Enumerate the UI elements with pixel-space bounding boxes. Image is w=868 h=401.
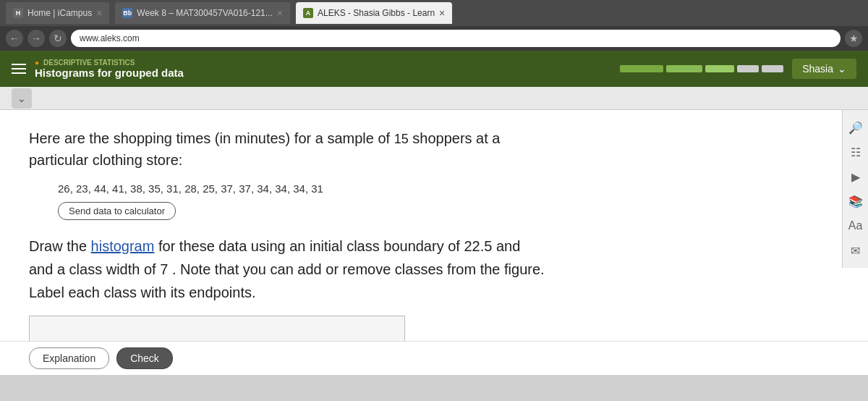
- address-box[interactable]: www.aleks.com: [71, 30, 841, 47]
- label-instruction: Label each class with its endpoints.: [29, 284, 256, 300]
- chevron-down-icon: ⌄: [838, 63, 846, 75]
- right-sidebar: 🔎 ☷ ▶ 📚 Aa ✉: [842, 110, 868, 268]
- progress-seg-2: [666, 65, 702, 72]
- progress-area: [620, 65, 783, 72]
- star-button[interactable]: ★: [845, 30, 862, 47]
- tab-aleks-label: ALEKS - Shasia Gibbs - Learn: [318, 8, 435, 18]
- tab-home[interactable]: H Home | iCampus ×: [6, 2, 109, 24]
- forward-button[interactable]: →: [27, 30, 45, 47]
- grid-icon[interactable]: ☷: [844, 140, 867, 164]
- address-text: www.aleks.com: [80, 33, 140, 43]
- chevron-down-icon: ⌄: [17, 93, 26, 104]
- problem-intro-text: Here are the shopping times (in minutes)…: [29, 127, 839, 171]
- user-menu-button[interactable]: Shasia ⌄: [792, 59, 856, 79]
- tab-week8[interactable]: Bb Week 8 – MAT300457VA016-121... ×: [115, 2, 290, 24]
- tab-home-icon: H: [13, 8, 23, 18]
- intro-prefix: Here are the shopping times (in minutes)…: [29, 130, 394, 146]
- draw-prefix: Draw the: [29, 238, 87, 254]
- draw-suffix-2: and: [496, 238, 520, 254]
- play-icon[interactable]: ▶: [844, 165, 867, 188]
- tab-home-label: Home | iCampus: [27, 8, 92, 18]
- hamburger-line-2: [12, 68, 26, 69]
- histogram-area[interactable]: [29, 316, 405, 345]
- data-values-line: 26, 23, 44, 41, 38, 35, 31, 28, 25, 37, …: [58, 182, 839, 195]
- tab-week8-icon: Bb: [122, 8, 132, 18]
- class-width-value: 7: [160, 261, 168, 277]
- draw-suffix-3: . Note that you can add or remove classe…: [172, 261, 545, 277]
- histogram-link[interactable]: histogram: [91, 238, 155, 254]
- explanation-button[interactable]: Explanation: [29, 347, 109, 369]
- check-button[interactable]: Check: [116, 347, 173, 369]
- tab-home-close[interactable]: ×: [96, 7, 102, 19]
- progress-seg-1: [620, 65, 663, 72]
- topic-title: Histograms for grouped data: [35, 67, 611, 79]
- back-button[interactable]: ←: [6, 30, 23, 47]
- hamburger-line-1: [12, 64, 26, 65]
- main-content: Here are the shopping times (in minutes)…: [0, 110, 868, 375]
- user-name: Shasia: [802, 63, 833, 75]
- browser-tab-bar: H Home | iCampus × Bb Week 8 – MAT300457…: [0, 0, 868, 26]
- tab-aleks-close[interactable]: ×: [439, 7, 445, 19]
- topic-category: DESCRIPTIVE STATISTICS: [35, 59, 611, 67]
- hamburger-menu[interactable]: [12, 64, 26, 74]
- expand-button[interactable]: ⌄: [12, 88, 32, 109]
- send-to-calculator-button[interactable]: Send data to calculator: [58, 202, 176, 220]
- topic-info: DESCRIPTIVE STATISTICS Histograms for gr…: [35, 59, 611, 79]
- tab-aleks-icon: A: [303, 8, 313, 18]
- sample-size: 15: [394, 132, 409, 146]
- tab-week8-label: Week 8 – MAT300457VA016-121...: [137, 8, 272, 18]
- draw-instruction-text: Draw the histogram for these data using …: [29, 235, 839, 304]
- aleks-app-bar: DESCRIPTIVE STATISTICS Histograms for gr…: [0, 51, 868, 87]
- hamburger-line-3: [12, 72, 26, 74]
- chevron-row: ⌄: [0, 87, 868, 110]
- tab-week8-close[interactable]: ×: [277, 7, 283, 19]
- progress-seg-3: [705, 65, 734, 72]
- progress-seg-5: [762, 65, 783, 72]
- font-size-icon[interactable]: Aa: [844, 214, 867, 237]
- draw-class-width-prefix: and a class width of: [29, 261, 156, 277]
- tab-aleks[interactable]: A ALEKS - Shasia Gibbs - Learn ×: [296, 2, 452, 24]
- address-bar-row: ← → ↻ www.aleks.com ★: [0, 26, 868, 51]
- book-icon[interactable]: 📚: [844, 190, 867, 213]
- reload-button[interactable]: ↻: [49, 30, 67, 47]
- bottom-toolbar: Explanation Check: [0, 341, 868, 375]
- draw-suffix-1: for these data using an initial class bo…: [158, 238, 460, 254]
- mail-icon[interactable]: ✉: [844, 239, 867, 262]
- progress-seg-4: [737, 65, 759, 72]
- boundary-value: 22.5: [464, 238, 492, 254]
- person-search-icon[interactable]: 🔎: [844, 116, 867, 139]
